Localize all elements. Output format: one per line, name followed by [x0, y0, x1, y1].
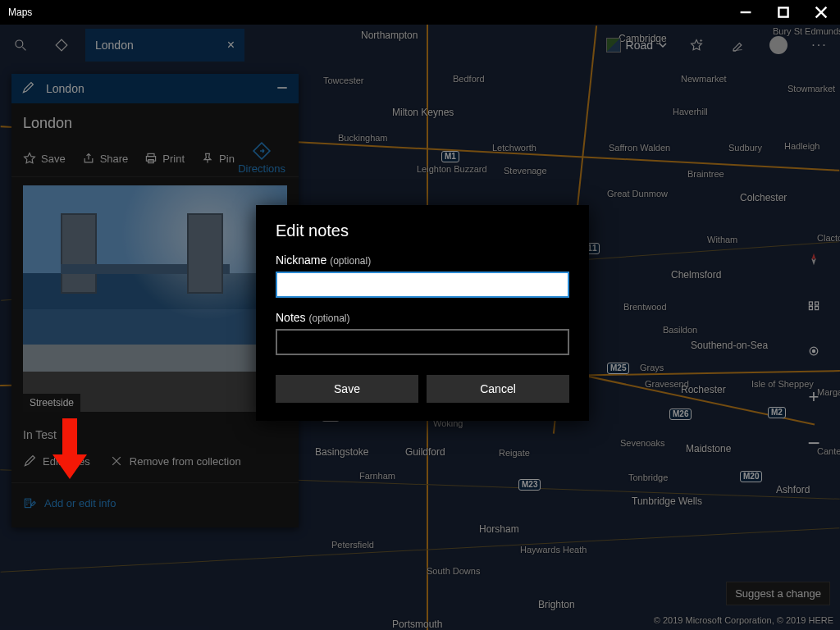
place-title: London — [11, 103, 299, 137]
svg-point-13 — [812, 349, 815, 352]
zoom-out-button[interactable]: − — [797, 430, 830, 456]
titlebar: Maps — [0, 0, 840, 25]
map-city-label: Great Dunmow — [607, 189, 668, 199]
map-city-label: Reigate — [499, 448, 530, 458]
map-city-label: Petersfield — [331, 540, 374, 550]
map-city-label: Farnham — [359, 471, 395, 481]
locate-me-button[interactable] — [797, 338, 830, 364]
motorway-shield: M1 — [441, 151, 459, 162]
svg-rect-11 — [815, 307, 819, 310]
directions-label: Directions — [238, 162, 285, 175]
svg-rect-8 — [809, 302, 812, 305]
pin-icon — [201, 152, 214, 165]
map-city-label: Maidstone — [686, 443, 731, 454]
map-city-label: Haywards Heath — [520, 545, 587, 555]
share-label: Share — [100, 153, 129, 165]
chevron-down-icon — [658, 40, 668, 50]
map-city-label: Brentwood — [623, 302, 667, 312]
pencil-icon — [23, 454, 36, 468]
app-title: Maps — [8, 7, 32, 18]
map-city-label: Brighton — [538, 599, 575, 610]
svg-rect-10 — [809, 307, 812, 310]
zoom-in-button[interactable]: + — [797, 384, 830, 410]
map-style-dropdown[interactable]: Road — [598, 25, 676, 66]
search-result-pill[interactable]: London × — [85, 29, 244, 62]
tilt-button[interactable] — [797, 292, 830, 318]
map-city-label: Witham — [707, 235, 737, 244]
map-city-label: Tunbridge Wells — [632, 495, 702, 507]
minimize-panel-icon[interactable] — [276, 81, 289, 97]
map-city-label: Basildon — [663, 325, 697, 335]
map-city-label: Towcester — [323, 75, 364, 85]
svg-rect-2 — [56, 39, 67, 51]
more-icon[interactable]: ··· — [799, 25, 840, 66]
notes-label: Notes — [276, 311, 306, 324]
streetside-photo[interactable]: Streetside — [23, 345, 287, 412]
app-toolbar: London × Road ··· — [0, 25, 840, 66]
pin-button[interactable]: Pin — [201, 152, 235, 165]
window-minimize-button[interactable] — [727, 0, 765, 25]
save-label: Save — [41, 153, 66, 165]
motorway-shield: M25 — [607, 363, 629, 374]
print-icon — [144, 152, 158, 165]
map-city-label: Hadleigh — [784, 141, 819, 151]
map-city-label: Basingstoke — [315, 446, 368, 458]
dialog-title: Edit notes — [276, 221, 569, 240]
map-city-label: Sevenoaks — [620, 438, 664, 448]
map-city-label: Portsmouth — [392, 619, 442, 630]
print-button[interactable]: Print — [144, 152, 185, 165]
streetside-badge: Streetside — [23, 394, 80, 412]
map-city-label: Milton Keynes — [392, 107, 454, 118]
window-maximize-button[interactable] — [765, 0, 802, 25]
share-button[interactable]: Share — [82, 152, 129, 165]
clear-search-icon[interactable]: × — [227, 38, 235, 52]
map-copyright: © 2019 Microsoft Corporation, © 2019 HER… — [654, 615, 833, 625]
suggest-change-button[interactable]: Suggest a change — [726, 582, 830, 605]
svg-rect-7 — [25, 499, 30, 507]
save-button[interactable]: Save — [23, 152, 66, 165]
window-close-button[interactable] — [802, 0, 840, 25]
place-header-title: London — [46, 82, 84, 95]
add-info-label: Add or edit info — [44, 497, 116, 509]
search-icon[interactable] — [0, 25, 41, 66]
map-style-label: Road — [626, 39, 653, 52]
nickname-input[interactable] — [276, 272, 569, 298]
account-avatar[interactable] — [758, 25, 799, 66]
directions-button[interactable]: Directions — [238, 141, 285, 175]
ink-icon[interactable] — [717, 25, 758, 66]
map-city-label: Rochester — [681, 384, 726, 395]
x-icon — [110, 454, 123, 468]
svg-rect-5 — [147, 157, 156, 162]
dialog-save-button[interactable]: Save — [276, 375, 418, 403]
map-city-label: Stevenage — [504, 166, 547, 176]
map-city-label: Haverhill — [673, 107, 708, 116]
map-city-label: Horsham — [479, 523, 519, 535]
directions-icon[interactable] — [41, 25, 82, 66]
add-or-edit-info-link[interactable]: Add or edit info — [11, 483, 299, 513]
motorway-shield: M23 — [518, 479, 541, 491]
map-city-label: Saffron Walden — [609, 143, 670, 153]
place-header: London — [11, 74, 299, 103]
search-text: London — [95, 39, 134, 52]
map-city-label: Stowmarket — [788, 84, 835, 94]
dialog-cancel-button[interactable]: Cancel — [427, 375, 569, 403]
remove-from-collection-button[interactable]: Remove from collection — [110, 454, 241, 468]
notes-input[interactable] — [276, 329, 569, 355]
pencil-icon — [21, 81, 34, 97]
map-city-label: Letchworth — [492, 143, 536, 153]
map-city-label: Buckingham — [338, 133, 388, 143]
building-edit-icon — [23, 496, 36, 509]
map-city-label: Tonbridge — [628, 472, 668, 482]
svg-rect-0 — [778, 7, 788, 16]
map-city-label: Guildford — [405, 446, 445, 458]
svg-rect-9 — [815, 302, 819, 305]
motorway-shield: M2 — [768, 407, 786, 418]
remove-label: Remove from collection — [130, 455, 241, 468]
place-photo[interactable] — [23, 185, 287, 345]
star-icon — [23, 152, 36, 165]
saved-places-icon[interactable] — [676, 25, 717, 66]
notes-optional: (optional) — [308, 313, 349, 324]
map-city-label: Chelmsford — [671, 269, 721, 281]
svg-point-1 — [16, 40, 23, 48]
compass-button[interactable] — [797, 246, 830, 272]
